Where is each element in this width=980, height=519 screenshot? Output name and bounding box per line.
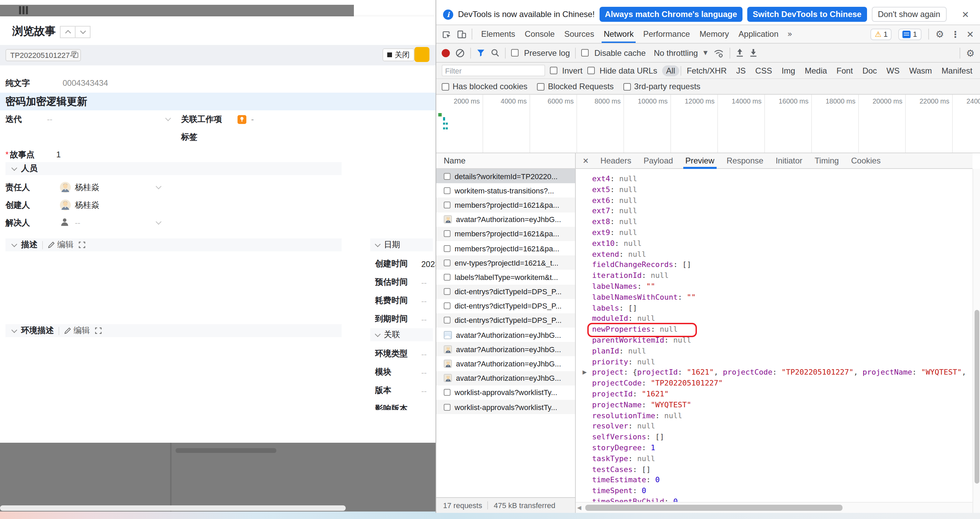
json-line-taskType[interactable]: taskType: null [576, 453, 972, 464]
clear-icon[interactable] [455, 48, 465, 57]
request-row[interactable]: worklist-approvals?worklistTy... [436, 385, 575, 400]
devtools-close-icon[interactable]: ✕ [966, 29, 974, 39]
expand-icon[interactable] [78, 241, 86, 249]
tab-performance[interactable]: Performance [638, 25, 695, 43]
prev-story-button[interactable] [60, 26, 76, 38]
match-language-button[interactable]: Always match Chrome's language [600, 7, 743, 22]
people-section-header[interactable]: 人员 [5, 162, 342, 175]
json-line-planId[interactable]: planId: null [576, 346, 972, 357]
checkbox-icon[interactable] [624, 83, 631, 90]
filter-type-font[interactable]: Font [832, 65, 857, 76]
request-row[interactable]: avatar?Authorization=eyJhbG... [436, 356, 575, 371]
chevron-down-icon[interactable]: ▼ [703, 50, 708, 56]
request-row[interactable]: avatar?Authorization=eyJhbG... [436, 342, 575, 356]
request-row[interactable]: members?projectId=1621&pa... [436, 227, 575, 241]
person-value[interactable]: 杨桂焱 [75, 182, 99, 193]
request-row[interactable]: avatar?Authorization=eyJhbG... [436, 212, 575, 227]
invert-checkbox[interactable] [550, 67, 557, 74]
device-toolbar-icon[interactable] [455, 29, 468, 39]
json-line-testCases[interactable]: testCases: [] [576, 464, 972, 475]
json-line-labelNames[interactable]: labelNames: "" [576, 281, 972, 292]
search-icon[interactable] [491, 48, 500, 57]
funnel-icon[interactable] [476, 48, 485, 57]
warnings-badge[interactable]: ⚠ 1 [871, 28, 892, 40]
json-line-ext6[interactable]: ext6: null [576, 195, 972, 206]
filter-type-manifest[interactable]: Manifest [937, 65, 977, 76]
expand-icon[interactable] [95, 327, 102, 334]
request-row[interactable]: labels?labelType=workitem&t... [436, 270, 575, 284]
json-line-newProperties[interactable]: newProperties: null [576, 324, 972, 335]
request-row[interactable]: dict-entrys?dictTypeId=DPS_P... [436, 313, 575, 327]
json-line-priority[interactable]: priority: null [576, 356, 972, 367]
json-line-timeSpent[interactable]: timeSpent: 0 [576, 485, 972, 497]
network-timeline[interactable]: 2000 ms4000 ms6000 ms8000 ms10000 ms1200… [436, 95, 980, 153]
environment-edit-button[interactable]: 编辑 [64, 325, 90, 337]
relations-section-header[interactable]: 关联 [370, 328, 433, 341]
json-line-projectCode[interactable]: projectCode: "TP202205101227" [576, 378, 972, 389]
more-tabs-icon[interactable]: » [783, 29, 797, 39]
preview-hscrollbar[interactable]: ◀ [576, 502, 972, 513]
json-line-labelNamesWithCount[interactable]: labelNamesWithCount: "" [576, 292, 972, 303]
request-row[interactable]: dict-entrys?dictTypeId=DPS_P... [436, 299, 575, 313]
next-story-button[interactable] [75, 26, 91, 38]
close-workitem-button[interactable]: 关闭 [382, 48, 414, 61]
tab-sources[interactable]: Sources [559, 25, 599, 43]
filter-input[interactable] [442, 65, 545, 76]
network-conditions-icon[interactable] [713, 48, 724, 57]
more-vert-icon[interactable]: ⋮ [951, 29, 959, 39]
detail-tab-payload[interactable]: Payload [637, 153, 679, 169]
json-line-labels[interactable]: labels: [] [576, 303, 972, 314]
json-line-resolutionTime[interactable]: resolutionTime: null [576, 410, 972, 421]
filter-type-css[interactable]: CSS [751, 65, 776, 76]
filter-type-img[interactable]: Img [778, 65, 799, 76]
vscrollbar-thumb[interactable] [974, 310, 979, 484]
json-line-selfVersions[interactable]: selfVersions: [] [576, 432, 972, 443]
hscrollbar-thumb[interactable] [585, 505, 843, 511]
request-row[interactable]: worklist-approvals?worklistTy... [436, 400, 575, 414]
filter-type-ws[interactable]: WS [882, 65, 904, 76]
network-settings-gear-icon[interactable]: ⚙ [966, 47, 975, 58]
json-line-iterationId[interactable]: iterationId: null [576, 270, 972, 281]
request-row[interactable]: members?projectId=1621&pa... [436, 198, 575, 212]
request-row[interactable]: members?projectId=1621&pa... [436, 241, 575, 256]
scroll-left-icon[interactable]: ◀ [577, 505, 581, 511]
name-column-header[interactable]: Name [436, 153, 576, 169]
page-hscrollbar[interactable] [0, 505, 346, 511]
iteration-value[interactable]: -- [47, 115, 52, 124]
filter-type-fetchxhr[interactable]: Fetch/XHR [682, 65, 730, 76]
tab-memory[interactable]: Memory [695, 25, 734, 43]
filter-type-js[interactable]: JS [732, 65, 750, 76]
filter-type-all[interactable]: All [662, 65, 679, 76]
record-icon[interactable] [442, 49, 450, 57]
option-1[interactable]: Blocked Requests [537, 82, 614, 91]
checkbox-icon[interactable] [537, 83, 544, 90]
disable-cache-checkbox[interactable] [582, 49, 589, 56]
json-line-parentWorkitemId[interactable]: parentWorkitemId: null [576, 335, 972, 346]
request-row[interactable]: env-types?projectId=1621&_t... [436, 256, 575, 270]
filter-type-other[interactable]: Other [978, 65, 980, 76]
detail-tab-preview[interactable]: Preview [679, 153, 721, 169]
preview-vscrollbar[interactable] [972, 169, 980, 513]
json-line-ext8[interactable]: ext8: null [576, 217, 972, 227]
json-line-project[interactable]: ▶project: {projectId: "1621", projectCod… [576, 367, 972, 378]
detail-tab-response[interactable]: Response [721, 153, 769, 169]
inspect-icon[interactable] [440, 29, 453, 39]
request-row[interactable]: workitem-status-transitions?... [436, 183, 575, 198]
preserve-log-checkbox[interactable] [511, 49, 519, 56]
json-line-ext10[interactable]: ext10: null [576, 238, 972, 249]
json-line-ext4[interactable]: ext4: null [576, 174, 972, 185]
json-line-timeEstimate[interactable]: timeEstimate: 0 [576, 475, 972, 486]
chevron-down-icon[interactable] [156, 219, 162, 225]
json-line-ext7[interactable]: ext7: null [576, 206, 972, 217]
copy-icon[interactable] [71, 50, 79, 59]
request-row[interactable]: details?workitemId=TP20220... [436, 169, 575, 183]
import-har-icon[interactable] [735, 48, 743, 57]
tab-network[interactable]: Network [599, 25, 638, 43]
description-edit-button[interactable]: 编辑 [48, 239, 73, 251]
quick-action-button[interactable] [414, 47, 430, 62]
request-row[interactable]: avatar?Authorization=eyJhbG... [436, 327, 575, 342]
switch-to-chinese-button[interactable]: Switch DevTools to Chinese [747, 7, 867, 22]
description-section-header[interactable]: 描述 编辑 [5, 238, 342, 251]
detail-tab-initiator[interactable]: Initiator [769, 153, 808, 169]
filter-type-wasm[interactable]: Wasm [905, 65, 936, 76]
